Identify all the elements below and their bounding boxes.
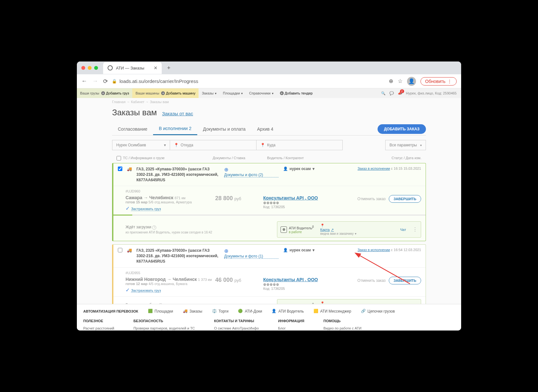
- order-checkbox[interactable]: [118, 248, 122, 252]
- progress-bar: [113, 215, 426, 216]
- insure-link[interactable]: Застраховать груз: [131, 207, 161, 211]
- finish-button[interactable]: ЗАВЕРШИТЬ: [389, 277, 421, 284]
- footer-link[interactable]: 🚚Заказы: [183, 309, 202, 314]
- tab-archive[interactable]: Архив 4: [251, 123, 279, 135]
- truck-icon: 🚚: [127, 248, 132, 253]
- chat-bubble-icon[interactable]: 💬: [389, 91, 394, 95]
- to-filter[interactable]: 📍Куда: [256, 140, 343, 150]
- order-card: 🚚 ГАЗ, 2325 «Купава-370030» (шасси ГАЗ 3…: [112, 163, 426, 241]
- user-info[interactable]: Нурек, физ.лицо, Код: 2590465: [406, 91, 457, 95]
- filters-row: Нурек Осимбаев▾ 📍Откуда 📍Куда Все параме…: [112, 140, 426, 150]
- breadcrumb[interactable]: Главная → Кабинет → Заказы вам: [112, 98, 426, 106]
- driver-app-status: ⊛АТИ Водительβв работе 📍 Карта ↗видна ва…: [277, 221, 421, 238]
- select-all-checkbox[interactable]: [117, 156, 121, 160]
- footer-link[interactable]: 🟨АТИ Мессенджер: [314, 309, 351, 314]
- help-icon[interactable]: ?: [159, 303, 163, 304]
- driver-name[interactable]: 👤нурек осам ▾: [283, 167, 314, 171]
- maximize-window-icon[interactable]: [94, 66, 98, 70]
- driver-name[interactable]: 👤нурек осам ▾: [283, 248, 314, 252]
- help-icon[interactable]: ?: [152, 225, 156, 230]
- menu-orders[interactable]: Заказы: [202, 91, 216, 95]
- url-bar: ← → ⟳ 🔒 loads.ati.su/orders/carrier/InPr…: [77, 74, 461, 88]
- footer-link[interactable]: ⚖️Торги: [212, 309, 229, 314]
- vehicle-info: ГАЗ, 2325 «Купава-370030» (шасси ГАЗ 330…: [136, 248, 220, 264]
- footer-link[interactable]: Проверки партнеров, водителей и ТС: [134, 326, 195, 330]
- add-order-button[interactable]: ДОБАВИТЬ ЗАКАЗ: [378, 124, 426, 134]
- person-icon: 👤: [283, 167, 288, 171]
- footer-link[interactable]: О системе АвтоТрансИнфо: [214, 326, 259, 330]
- site-top-menu: Ваши грузы +Добавить груз Ваши машины +Д…: [77, 88, 461, 98]
- pin-icon: 📍: [320, 224, 325, 227]
- back-icon[interactable]: ←: [81, 78, 87, 85]
- company-link[interactable]: Консультанты API , ООО: [263, 195, 318, 200]
- status-link[interactable]: Заказ в исполнении: [357, 248, 390, 252]
- person-icon: 👤: [283, 248, 288, 252]
- documents-link[interactable]: Документы и фото (2): [224, 173, 279, 177]
- footer-link[interactable]: 🟩Площадки: [148, 309, 173, 314]
- new-tab-button[interactable]: +: [164, 65, 173, 71]
- order-checkbox[interactable]: [118, 167, 122, 171]
- tab-approval[interactable]: Согласование: [112, 123, 153, 135]
- zoom-icon[interactable]: ⊕: [389, 78, 393, 85]
- order-card: 🚚 ГАЗ, 2325 «Купава-370030» (шасси ГАЗ 3…: [112, 244, 426, 304]
- profile-avatar-icon[interactable]: 👤: [407, 77, 416, 86]
- documents-link[interactable]: Документы и фото (1): [224, 254, 279, 259]
- finish-button[interactable]: ЗАВЕРШИТЬ: [389, 195, 421, 203]
- menu-trucks[interactable]: Ваши машины: [135, 91, 159, 95]
- driver-filter[interactable]: Нурек Осимбаев▾: [112, 140, 170, 150]
- footer-link[interactable]: Расчет расстояний: [83, 326, 114, 330]
- site-footer: АВТОМАТИЗАЦИЯ ПЕРЕВОЗОК 🟩Площадки 🚚Заказ…: [77, 304, 461, 331]
- notifications-icon[interactable]: 📣: [398, 91, 402, 95]
- tab-documents[interactable]: Документы и оплата: [197, 123, 251, 135]
- address-field[interactable]: 🔒 loads.ati.su/orders/carrier/InProgress: [112, 78, 385, 84]
- driver-app-status: ⊛АТИ Водительβне в работе 📍 Карта ↗видна…: [277, 299, 421, 304]
- close-tab-icon[interactable]: ×: [154, 65, 158, 71]
- tab-title: АТИ — Заказы: [116, 66, 144, 70]
- add-truck-button[interactable]: +Добавить машину: [161, 91, 195, 95]
- star-icon[interactable]: ☆: [398, 78, 403, 85]
- reload-icon[interactable]: ⟳: [103, 78, 108, 85]
- titlebar: АТИ — Заказы × +: [77, 61, 461, 74]
- status-link[interactable]: Заказ в исполнении: [357, 167, 390, 170]
- menu-loads[interactable]: Ваши грузы: [80, 91, 99, 95]
- url-text: loads.ati.su/orders/carrier/InProgress: [119, 78, 198, 84]
- chevron-down-icon: ▾: [164, 143, 166, 147]
- footer-link[interactable]: 🟢АТИ-Доки: [238, 309, 262, 314]
- footer-link[interactable]: Блог: [278, 326, 286, 330]
- close-window-icon[interactable]: [81, 66, 85, 70]
- chevron-down-icon: ▾: [313, 167, 314, 171]
- pin-icon: 📍: [260, 143, 265, 147]
- footer-link[interactable]: 🔗Цепочки грузов: [361, 309, 395, 314]
- tab-in-progress[interactable]: В исполнении 2: [153, 123, 197, 135]
- table-header: ТС / Информация о грузе Документы / Став…: [112, 153, 426, 163]
- order-id: #UJD960: [126, 189, 421, 193]
- cancel-order-link[interactable]: Отменить заказ: [357, 197, 386, 201]
- add-load-button[interactable]: +Добавить груз: [101, 91, 129, 95]
- footer-link[interactable]: 👤АТИ Водитель: [272, 309, 304, 314]
- orders-from-you-link[interactable]: Заказы от вас: [162, 111, 193, 116]
- minimize-window-icon[interactable]: [88, 66, 92, 70]
- add-tender-button[interactable]: +Добавить тендер: [280, 91, 313, 95]
- insure-link[interactable]: Застраховать груз: [131, 289, 161, 293]
- app-icon: ⊛: [281, 226, 287, 233]
- forward-icon[interactable]: →: [92, 78, 98, 85]
- update-browser-button[interactable]: Обновить ⋮: [420, 77, 457, 86]
- search-icon[interactable]: 🔍: [381, 91, 386, 95]
- pin-icon: 📍: [174, 143, 179, 147]
- footer-link[interactable]: Видео по работе с АТИ: [323, 326, 361, 330]
- more-icon[interactable]: ⋮: [412, 229, 418, 231]
- from-filter[interactable]: 📍Откуда: [170, 140, 256, 150]
- menu-directories[interactable]: Справочники: [249, 91, 273, 95]
- chat-link[interactable]: Чат: [400, 228, 406, 232]
- browser-tab[interactable]: АТИ — Заказы ×: [103, 62, 162, 74]
- menu-platforms[interactable]: Площадки: [223, 91, 243, 95]
- map-link[interactable]: Карта ↗: [320, 228, 356, 232]
- order-id: #UJD955: [126, 271, 421, 275]
- pin-icon: 📍: [320, 301, 325, 304]
- lock-icon: 🔒: [112, 79, 117, 84]
- truck-icon: 🚚: [127, 167, 132, 171]
- cancel-order-link[interactable]: Отменить заказ: [357, 278, 386, 283]
- all-params-link[interactable]: Все параметры: [385, 140, 426, 150]
- tabs: Согласование В исполнении 2 Документы и …: [112, 123, 426, 135]
- company-link[interactable]: Консультанты API , ООО: [263, 277, 318, 282]
